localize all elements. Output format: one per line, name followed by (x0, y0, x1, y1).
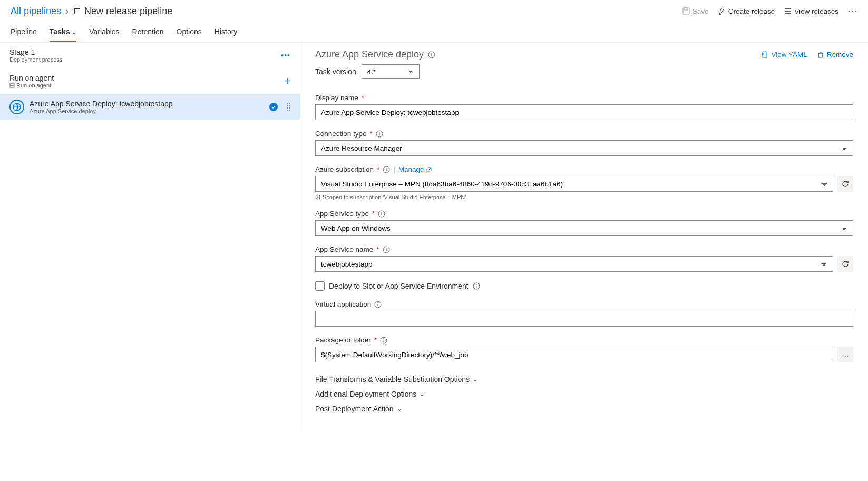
task-version-label: Task version (315, 67, 356, 76)
svg-point-13 (289, 107, 290, 109)
app-service-name-select[interactable]: tcwebjobtestapp (315, 256, 833, 272)
task-subtitle: Azure App Service deploy (30, 108, 173, 114)
agent-subtitle: Run on agent (9, 82, 54, 89)
deploy-to-slot-checkbox[interactable] (315, 281, 325, 291)
virtual-application-label: Virtual application (315, 300, 371, 308)
info-icon[interactable] (378, 210, 385, 218)
svg-rect-5 (10, 84, 14, 85)
svg-point-17 (431, 53, 432, 54)
azure-subscription-select[interactable]: Visual Studio Enterprise – MPN (8da63ba6… (315, 176, 833, 192)
task-title: Azure App Service Deploy: tcwebjobtestap… (30, 100, 173, 108)
package-folder-label: Package or folder (315, 336, 371, 344)
chevron-down-icon: ⌄ (397, 405, 402, 413)
stage-more-button[interactable]: ••• (281, 51, 290, 60)
info-icon[interactable] (383, 246, 390, 253)
refresh-icon (842, 180, 849, 188)
section-post-deployment[interactable]: Post Deployment Action ⌄ (315, 401, 853, 416)
agent-job[interactable]: Run on agent Run on agent + (0, 68, 300, 94)
create-release-button[interactable]: Create release (718, 7, 775, 15)
app-service-type-select[interactable]: Web App on Windows (315, 220, 853, 236)
chevron-down-icon: ⌄ (71, 30, 77, 35)
azure-app-service-icon (9, 100, 24, 114)
refresh-app-service-button[interactable] (837, 256, 853, 272)
svg-point-10 (287, 105, 288, 106)
svg-rect-2 (74, 13, 75, 14)
detail-heading: Azure App Service deploy (315, 49, 424, 60)
stage-header[interactable]: Stage 1 Deployment process ••• (0, 43, 300, 68)
section-additional-deployment[interactable]: Additional Deployment Options ⌄ (315, 387, 853, 401)
task-version-select[interactable]: 4.* (362, 64, 420, 79)
left-panel: Stage 1 Deployment process ••• Run on ag… (0, 43, 300, 431)
connection-type-label: Connection type (315, 130, 367, 138)
browse-package-button[interactable]: … (837, 347, 853, 362)
page-title: New release pipeline (84, 6, 172, 17)
azure-subscription-label: Azure subscription (315, 165, 374, 173)
info-icon[interactable] (428, 51, 435, 58)
agent-title: Run on agent (9, 74, 54, 82)
info-icon (315, 194, 320, 200)
manage-subscription-link[interactable]: Manage (398, 165, 432, 173)
subscription-scope-note: Scoped to subscription 'Visual Studio En… (315, 194, 853, 200)
stage-title: Stage 1 (9, 48, 62, 56)
remove-button[interactable]: Remove (817, 51, 853, 58)
svg-point-32 (378, 302, 379, 303)
chevron-down-icon: ⌄ (420, 390, 425, 398)
tab-bar: Pipeline Tasks ⌄ Variables Retention Opt… (0, 22, 868, 43)
drag-handle[interactable] (286, 103, 290, 111)
refresh-icon (842, 260, 849, 268)
svg-point-28 (386, 248, 387, 249)
svg-rect-6 (10, 86, 14, 87)
trash-icon (817, 51, 824, 58)
ellipsis-icon: … (842, 350, 849, 359)
info-icon[interactable] (374, 301, 382, 308)
display-name-input[interactable] (315, 104, 853, 120)
svg-point-22 (386, 168, 387, 169)
section-file-transforms[interactable]: File Transforms & Variable Substitution … (315, 372, 853, 387)
task-item[interactable]: Azure App Service Deploy: tcwebjobtestap… (0, 94, 300, 120)
svg-rect-4 (685, 8, 688, 10)
tab-history[interactable]: History (214, 22, 238, 42)
connection-type-select[interactable]: Azure Resource Manager (315, 140, 853, 156)
tab-retention[interactable]: Retention (132, 22, 164, 42)
info-icon[interactable] (473, 282, 480, 290)
server-icon (9, 83, 15, 89)
breadcrumb-separator: › (65, 6, 69, 17)
info-icon[interactable] (380, 337, 387, 344)
package-folder-input[interactable] (315, 347, 833, 362)
svg-point-20 (379, 132, 380, 133)
save-button[interactable]: Save (682, 7, 709, 15)
more-menu-button[interactable]: ⋯ (848, 5, 857, 17)
stage-subtitle: Deployment process (9, 56, 62, 63)
breadcrumb-root-link[interactable]: All pipelines (11, 6, 61, 17)
tab-variables[interactable]: Variables (89, 22, 119, 42)
chevron-down-icon: ⌄ (473, 376, 478, 383)
tab-pipeline[interactable]: Pipeline (11, 22, 37, 42)
svg-rect-3 (683, 8, 689, 14)
virtual-application-input[interactable] (315, 311, 853, 327)
info-icon[interactable] (376, 130, 383, 138)
deploy-to-slot-label: Deploy to Slot or App Service Environmen… (329, 282, 469, 290)
task-status-icon (269, 103, 278, 111)
info-icon[interactable] (383, 166, 390, 173)
tab-options[interactable]: Options (177, 22, 202, 42)
external-link-icon (426, 167, 432, 172)
save-icon (682, 7, 690, 15)
refresh-subscription-button[interactable] (837, 176, 853, 192)
yaml-icon (761, 51, 768, 58)
view-yaml-button[interactable]: View YAML (761, 51, 807, 58)
list-icon (784, 7, 792, 15)
svg-point-34 (383, 338, 384, 339)
view-releases-button[interactable]: View releases (784, 7, 838, 15)
svg-point-12 (287, 107, 288, 109)
svg-rect-0 (74, 8, 75, 9)
svg-point-15 (289, 110, 290, 111)
svg-point-26 (382, 212, 383, 213)
add-task-button[interactable]: + (284, 75, 290, 87)
display-name-label: Display name (315, 94, 358, 102)
svg-point-8 (287, 103, 288, 104)
svg-rect-1 (79, 8, 80, 9)
app-service-name-label: App Service name (315, 246, 373, 253)
detail-panel: Azure App Service deploy View YAML Remov… (300, 43, 868, 431)
svg-point-9 (289, 103, 290, 104)
tab-tasks[interactable]: Tasks ⌄ (50, 22, 76, 42)
